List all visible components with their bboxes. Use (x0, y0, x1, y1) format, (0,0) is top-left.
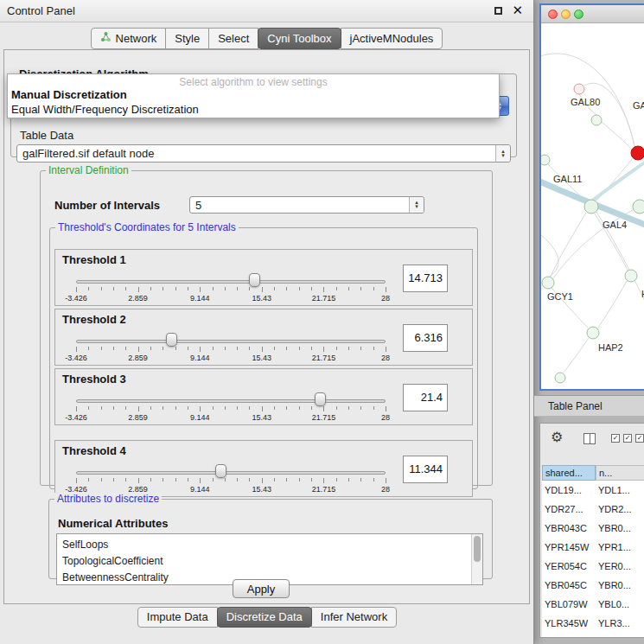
tab-style[interactable]: Style (165, 28, 209, 49)
network-node[interactable] (555, 373, 565, 383)
dropdown-option-manual-discretization[interactable]: Manual Discretization (8, 87, 499, 102)
tab-network[interactable]: Network (91, 28, 167, 49)
network-node[interactable] (574, 84, 584, 94)
table-panel-header[interactable]: Table Panel (534, 395, 644, 417)
attribute-list-item[interactable]: TopologicalCoefficient (57, 553, 482, 570)
scrollbar-thumb[interactable] (474, 536, 481, 562)
table-row[interactable]: YBR043CYBR0... (542, 519, 644, 538)
tick-mark (360, 478, 361, 481)
threshold-value-field[interactable]: 11.344 (403, 456, 448, 483)
tab-cyni-toolbox[interactable]: Cyni Toolbox (258, 28, 341, 49)
checkbox-icon[interactable] (635, 434, 644, 443)
table-row[interactable]: YBR045CYBR0... (542, 576, 644, 595)
tick-mark (225, 406, 226, 410)
tick-mark (386, 287, 386, 292)
network-node[interactable] (631, 146, 644, 160)
column-header[interactable]: n... (596, 465, 644, 481)
slider-thumb-icon[interactable] (166, 333, 177, 347)
network-node[interactable] (633, 200, 644, 214)
table-row[interactable]: YBL079WYBL0... (542, 595, 644, 614)
apply-button[interactable]: Apply (233, 579, 290, 598)
num-intervals-combobox[interactable]: 5 (189, 196, 424, 214)
zoom-traffic-light-icon[interactable] (574, 10, 583, 19)
network-edge (541, 231, 558, 277)
network-node[interactable] (625, 270, 637, 282)
tick-mark (299, 347, 300, 350)
tick-mark (188, 406, 188, 410)
threshold-label: Threshold 1 (62, 253, 126, 266)
table-row[interactable]: YPR145WYPR1... (542, 538, 644, 557)
node-label: GCY1 (547, 291, 573, 302)
network-node[interactable] (541, 155, 550, 165)
tick-mark (348, 347, 349, 350)
checkbox-icon[interactable] (623, 434, 632, 443)
slider-track[interactable] (76, 340, 386, 343)
combobox-stepper-icon[interactable] (495, 145, 510, 162)
threshold-slider[interactable]: -3.4262.8599.14415.4321.71528 (76, 393, 386, 423)
tab-jactivemnodules[interactable]: jActiveMNodules (341, 28, 443, 49)
table-cell: YBR0... (596, 519, 644, 538)
network-node[interactable] (591, 115, 602, 125)
tick-mark (225, 347, 226, 350)
network-node[interactable] (584, 200, 598, 214)
network-node[interactable] (587, 327, 599, 339)
network-view-window: GAL80GAGAL11GAL4GCY1HHAP2 (539, 3, 644, 391)
slider-thumb-icon[interactable] (315, 392, 326, 406)
table-data-combobox[interactable]: galFiltered.sif default node (16, 144, 511, 163)
slider-thumb-icon[interactable] (249, 273, 260, 287)
network-titlebar[interactable] (541, 5, 644, 23)
threshold-value-field[interactable]: 14.713 (403, 265, 448, 292)
close-icon[interactable] (512, 3, 523, 18)
threshold-slider[interactable]: -3.4262.8599.14415.4321.71528 (76, 334, 386, 363)
tick-label: 28 (381, 413, 390, 422)
table-row[interactable]: YDL19...YDL1... (542, 481, 644, 500)
gear-icon[interactable] (551, 429, 563, 445)
slider-track[interactable] (76, 471, 386, 475)
combobox-stepper-icon[interactable] (409, 197, 424, 213)
attribute-list-item[interactable]: SelfLoops (57, 537, 482, 553)
table-row[interactable]: YIL052CYIL0... (542, 633, 644, 638)
list-scrollbar[interactable] (471, 534, 482, 584)
threshold-value-field[interactable]: 21.4 (403, 384, 448, 411)
tick-mark (175, 478, 176, 481)
table-row[interactable]: YER054CYER0... (542, 557, 644, 576)
dropdown-option-equal-width-frequency[interactable]: Equal Width/Frequency Discretization (8, 102, 499, 117)
tick-mark (188, 478, 188, 481)
threshold-slider[interactable]: -3.4262.8599.14415.4321.71528 (76, 465, 386, 494)
slider-track[interactable] (76, 280, 386, 284)
tick-mark (163, 406, 163, 410)
tick-mark (188, 287, 188, 290)
bottom-tab-infer-network[interactable]: Infer Network (311, 607, 397, 628)
bottom-tab-impute-data[interactable]: Impute Data (137, 607, 218, 628)
slider-ticks (76, 478, 386, 484)
bottom-tab-discretize-data[interactable]: Discretize Data (217, 607, 312, 628)
threshold-slider[interactable]: -3.4262.8599.14415.4321.71528 (76, 274, 386, 303)
minimize-traffic-light-icon[interactable] (561, 10, 571, 19)
tick-mark (373, 287, 374, 290)
float-window-icon[interactable] (494, 7, 502, 15)
tick-mark (138, 406, 139, 411)
table-toolbar (540, 424, 644, 462)
tick-mark (163, 347, 163, 350)
tab-label: Select (218, 32, 249, 45)
numerical-attributes-list[interactable]: SelfLoopsTopologicalCoefficientBetweenne… (56, 533, 483, 585)
table-row[interactable]: YDR27...YDR2... (542, 500, 644, 519)
tick-mark (125, 478, 126, 481)
tab-select[interactable]: Select (208, 28, 258, 49)
column-header[interactable]: shared... (542, 465, 596, 481)
slider-thumb-icon[interactable] (215, 464, 226, 478)
network-canvas[interactable]: GAL80GAGAL11GAL4GCY1HHAP2 (541, 23, 644, 389)
table-row[interactable]: YLR345WYLR3... (542, 614, 644, 633)
slider-track[interactable] (76, 399, 386, 403)
network-node[interactable] (542, 277, 554, 289)
tick-mark (237, 406, 238, 410)
columns-icon[interactable] (583, 433, 596, 444)
tick-mark (88, 287, 89, 290)
close-traffic-light-icon[interactable] (548, 10, 558, 19)
tick-mark (323, 347, 324, 352)
checkbox-icon[interactable] (611, 434, 620, 443)
table-cell: YLR3... (596, 614, 644, 633)
window-titlebar[interactable]: Control Panel (0, 0, 533, 22)
tick-label: 15.43 (252, 294, 272, 303)
threshold-value-field[interactable]: 6.316 (403, 324, 448, 352)
